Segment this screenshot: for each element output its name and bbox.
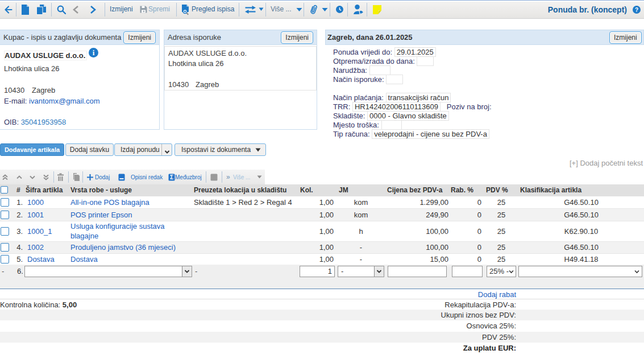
svg-text:Σ: Σ <box>170 174 173 180</box>
svg-text:?: ? <box>635 6 638 13</box>
svg-text:i: i <box>93 48 95 57</box>
